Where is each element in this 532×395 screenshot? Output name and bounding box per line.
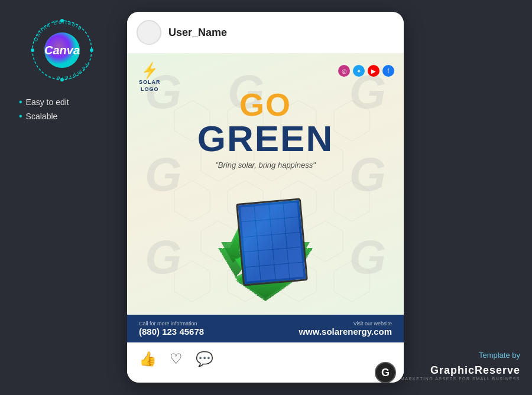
- template-by-label: Template by: [375, 351, 520, 360]
- footer-website-label: Visit our website: [299, 321, 392, 327]
- bullet-dot-2: •: [19, 111, 22, 122]
- user-name: User_Name: [168, 27, 227, 39]
- facebook-icon[interactable]: f: [382, 65, 394, 77]
- card-footer: Call for more information (880) 123 4567…: [127, 315, 404, 342]
- solar-logo-text: SOLAR LOGO: [139, 79, 161, 93]
- solar-panel-grid: [238, 200, 306, 285]
- card-content: G G G G G G G G: [127, 53, 404, 342]
- bullet-easy-to-edit: • Easy to edit: [19, 97, 69, 107]
- footer-left: Call for more information (880) 123 4567…: [139, 321, 204, 337]
- card-actions: 👍 ♡ 💬: [127, 342, 404, 376]
- svg-point-3: [31, 48, 34, 52]
- graphic-reserve-logo: G GraphicReserve MARKETING ASSETS FOR SM…: [375, 362, 520, 383]
- canva-badge: Online Editable Template Canva: [30, 18, 95, 83]
- footer-right: Visit our website www.solarenergy.com: [299, 321, 392, 337]
- user-avatar: [137, 20, 161, 45]
- gr-icon: G: [375, 362, 396, 383]
- like-icon[interactable]: 👍: [139, 351, 157, 367]
- solar-bolt-icon: ⚡: [140, 61, 160, 81]
- brand-sub: MARKETING ASSETS FOR SMALL BUSINESS: [401, 377, 520, 381]
- green-title: GREEN: [189, 120, 342, 157]
- svg-point-4: [90, 48, 93, 52]
- social-icons-row: ◎ ✦ ▶ f: [338, 65, 394, 77]
- gr-text-block: GraphicReserve MARKETING ASSETS FOR SMAL…: [401, 364, 520, 381]
- youtube-icon[interactable]: ▶: [368, 65, 379, 77]
- solar-logo: ⚡ SOLAR LOGO: [139, 63, 161, 93]
- footer-call-label: Call for more information: [139, 321, 204, 327]
- recycle-container: [189, 171, 342, 313]
- heart-icon[interactable]: ♡: [170, 351, 183, 367]
- bullet-scalable: • Scalable: [19, 111, 69, 122]
- svg-text:Canva: Canva: [44, 44, 80, 57]
- go-title: GO: [189, 89, 342, 120]
- center-image: [183, 171, 348, 313]
- left-panel: Online Editable Template Canva • Easy to…: [0, 0, 124, 395]
- title-area: GO GREEN "Bring solar, bring happiness": [189, 89, 342, 169]
- social-card: User_Name G G G G G G G G: [127, 12, 404, 383]
- comment-icon[interactable]: 💬: [196, 351, 213, 367]
- brand-name: GraphicReserve: [401, 364, 520, 377]
- bullet-dot-1: •: [19, 97, 22, 107]
- twitter-icon[interactable]: ✦: [353, 65, 365, 77]
- tagline: "Bring solar, bring happiness": [189, 161, 342, 169]
- instagram-icon[interactable]: ◎: [338, 65, 350, 77]
- bullet-list: • Easy to edit • Scalable: [19, 97, 69, 125]
- card-header: User_Name: [127, 12, 404, 53]
- bottom-right-branding: Template by G GraphicReserve MARKETING A…: [375, 351, 520, 383]
- footer-website: www.solarenergy.com: [299, 327, 392, 337]
- solar-panel: [236, 198, 308, 286]
- footer-phone: (880) 123 45678: [139, 327, 204, 337]
